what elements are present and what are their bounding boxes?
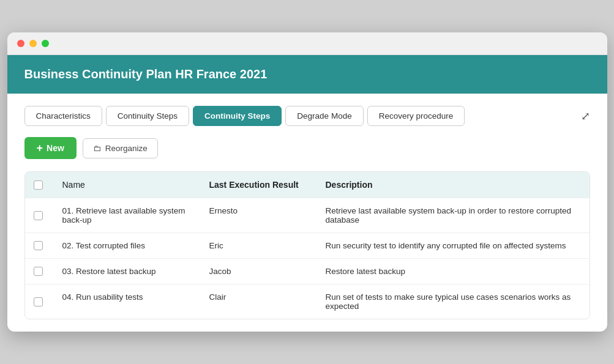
data-table: Name Last Execution Result Description 0…: [24, 171, 590, 319]
row-desc-2: Restore latest backup: [316, 259, 590, 284]
row-exec-1: Eric: [200, 233, 316, 259]
table-row: 03. Restore latest backup Jacob Restore …: [25, 259, 590, 284]
col-header-last-execution: Last Execution Result: [200, 172, 316, 198]
col-header-name: Name: [53, 172, 200, 198]
table-row: 02. Test corrupted files Eric Run securi…: [25, 233, 590, 259]
row-name-1: 02. Test corrupted files: [53, 233, 200, 259]
row-name-0: 01. Retrieve last available system back-…: [53, 198, 200, 233]
reorganize-button[interactable]: 🗀 Reorganize: [83, 138, 158, 158]
titlebar: [7, 32, 607, 55]
close-button[interactable]: [17, 40, 24, 47]
minimize-button[interactable]: [29, 40, 37, 47]
row-checkbox-cell: [25, 284, 53, 319]
row-exec-3: Clair: [200, 284, 316, 319]
new-button[interactable]: + New: [24, 137, 77, 159]
row-name-3: 04. Run usability tests: [53, 284, 200, 319]
row-exec-2: Jacob: [200, 259, 316, 284]
col-header-description: Description: [316, 172, 590, 198]
tab-characteristics[interactable]: Characteristics: [24, 106, 102, 126]
tab-bar: Characteristics Continuity Steps Continu…: [24, 106, 590, 126]
row-checkbox-cell: [25, 259, 53, 284]
maximize-button[interactable]: [42, 40, 49, 47]
toolbar: + New 🗀 Reorganize: [24, 137, 590, 159]
plus-icon: +: [37, 143, 43, 154]
row-checkbox-0[interactable]: [34, 211, 43, 220]
row-exec-0: Ernesto: [200, 198, 316, 233]
page-title: Business Continuity Plan HR France 2021: [24, 67, 268, 81]
row-checkbox-3[interactable]: [34, 297, 43, 306]
folder-icon: 🗀: [93, 144, 102, 153]
row-desc-1: Run security test to identify any corrup…: [316, 233, 590, 259]
row-checkbox-cell: [25, 198, 53, 233]
new-button-label: New: [47, 143, 64, 153]
row-name-2: 03. Restore latest backup: [53, 259, 200, 284]
tab-recovery-procedure[interactable]: Recovery procedure: [367, 106, 465, 126]
row-desc-0: Retrieve last available system back-up i…: [316, 198, 590, 233]
row-checkbox-2[interactable]: [34, 267, 43, 276]
reorganize-button-label: Reorganize: [105, 144, 148, 153]
table-row: 04. Run usability tests Clair Run set of…: [25, 284, 590, 319]
row-desc-3: Run set of tests to make sure typical us…: [316, 284, 590, 319]
main-content: Characteristics Continuity Steps Continu…: [7, 94, 607, 332]
tab-continuity-steps-2[interactable]: Continuity Steps: [193, 106, 282, 126]
tab-degrade-mode[interactable]: Degrade Mode: [285, 106, 363, 126]
select-all-checkbox[interactable]: [34, 180, 43, 190]
app-window: Business Continuity Plan HR France 2021 …: [7, 32, 607, 332]
table-row: 01. Retrieve last available system back-…: [25, 198, 590, 233]
row-checkbox-cell: [25, 233, 53, 259]
col-header-check: [25, 172, 53, 198]
page-header: Business Continuity Plan HR France 2021: [7, 55, 607, 94]
row-checkbox-1[interactable]: [34, 241, 43, 250]
tab-continuity-steps-1[interactable]: Continuity Steps: [106, 106, 189, 126]
expand-button[interactable]: ⤢: [581, 110, 590, 123]
